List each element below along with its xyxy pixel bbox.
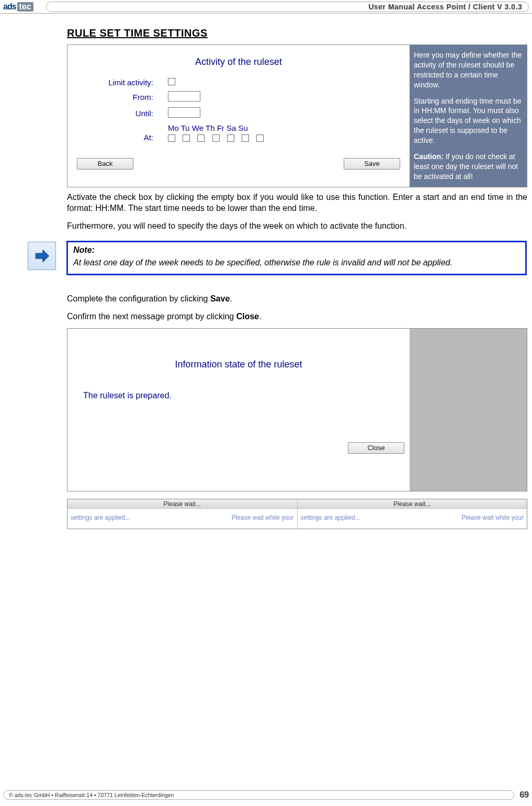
help-paragraph: Starting and ending time must be in HH:M… — [414, 96, 523, 145]
checkbox-day-tu[interactable] — [183, 135, 190, 142]
brand-logo: ads tec — [3, 1, 43, 13]
text-fragment: Confirm the next message prompt by click… — [67, 312, 236, 321]
section-heading: RULE SET TIME SETTINGS — [67, 27, 522, 39]
checkbox-day-th[interactable] — [212, 135, 220, 142]
body-paragraph: Activate the check box by clicking the e… — [67, 192, 527, 214]
arrow-right-icon — [28, 242, 56, 270]
checkbox-day-fr[interactable] — [227, 135, 234, 142]
logo-text-right: tec — [17, 2, 33, 12]
label-until: Until: — [74, 109, 168, 118]
input-from-time[interactable] — [168, 91, 200, 102]
note-box: Note: At least one day of the week needs… — [66, 241, 527, 275]
wait-text-right: Please wait while your — [412, 509, 527, 527]
text-fragment: . — [259, 312, 261, 321]
bold-save: Save — [210, 294, 230, 303]
panel-title: Information state of the ruleset — [67, 359, 410, 370]
please-wait-dialog: Please wait... settings are applied... P… — [297, 499, 527, 529]
save-button[interactable]: Save — [344, 158, 400, 170]
help-caution: Caution: If you do not check at least on… — [414, 152, 523, 182]
screenshot-please-wait-pair: Please wait... settings are applied... P… — [67, 499, 527, 529]
footer-copyright: © ads-tec GmbH • Raiffeisenstr.14 • 7077… — [9, 790, 174, 800]
page-title: User Manual Access Point / Client V 3.0.… — [368, 2, 522, 12]
note-heading: Note: — [73, 245, 520, 255]
body-paragraph: Complete the configuration by clicking S… — [67, 293, 527, 305]
close-button[interactable]: Close — [348, 442, 404, 454]
text-fragment: . — [230, 294, 232, 303]
panel-title: Activity of the ruleset — [74, 57, 403, 68]
screenshot-activity-ruleset: Activity of the ruleset Limit activity: … — [67, 44, 527, 187]
note-body: At least one day of the week needs to be… — [73, 257, 520, 268]
logo-text-left: ads — [3, 2, 16, 12]
dialog-title: Please wait... — [298, 499, 527, 509]
page-header: ads tec User Manual Access Point / Clien… — [0, 0, 532, 14]
wait-text-left: settings are applied... — [67, 509, 182, 527]
screenshot-information-state: Information state of the ruleset The rul… — [67, 328, 527, 491]
weekday-header: Mo Tu We Th Fr Sa Su — [168, 124, 403, 132]
wait-text-left: settings are applied... — [298, 509, 412, 527]
please-wait-dialog: Please wait... settings are applied... P… — [67, 499, 297, 529]
page-footer: © ads-tec GmbH • Raiffeisenstr.14 • 7077… — [0, 789, 532, 801]
label-limit-activity: Limit activity: — [74, 78, 168, 87]
weekday-checkbox-row — [168, 135, 403, 143]
checkbox-day-we[interactable] — [197, 135, 205, 142]
checkbox-day-mo[interactable] — [168, 135, 175, 142]
body-paragraph: Furthermore, you will need to specify th… — [67, 220, 527, 232]
label-from: From: — [74, 93, 168, 102]
body-paragraph: Confirm the next message prompt by click… — [67, 311, 527, 322]
dialog-title: Please wait... — [67, 499, 297, 509]
input-until-time[interactable] — [168, 107, 200, 118]
checkbox-limit-activity[interactable] — [168, 78, 175, 85]
caution-label: Caution: — [414, 152, 444, 161]
footer-bar: © ads-tec GmbH • Raiffeisenstr.14 • 7077… — [3, 790, 514, 800]
back-button[interactable]: Back — [77, 158, 133, 170]
help-sidebar-empty — [410, 329, 527, 491]
label-at: At: — [74, 124, 168, 142]
help-paragraph: Here you may define whether the activity… — [414, 50, 523, 90]
status-text-prepared: The ruleset is prepared. — [83, 391, 410, 400]
checkbox-day-su[interactable] — [256, 135, 264, 142]
text-fragment: Complete the configuration by clicking — [67, 294, 210, 303]
page-title-bar: User Manual Access Point / Client V 3.0.… — [46, 2, 529, 12]
checkbox-day-sa[interactable] — [242, 135, 249, 142]
page-number: 69 — [519, 790, 529, 800]
wait-text-right: Please wait while your — [182, 509, 297, 527]
bold-close: Close — [236, 312, 259, 321]
help-sidebar: Here you may define whether the activity… — [410, 45, 527, 187]
